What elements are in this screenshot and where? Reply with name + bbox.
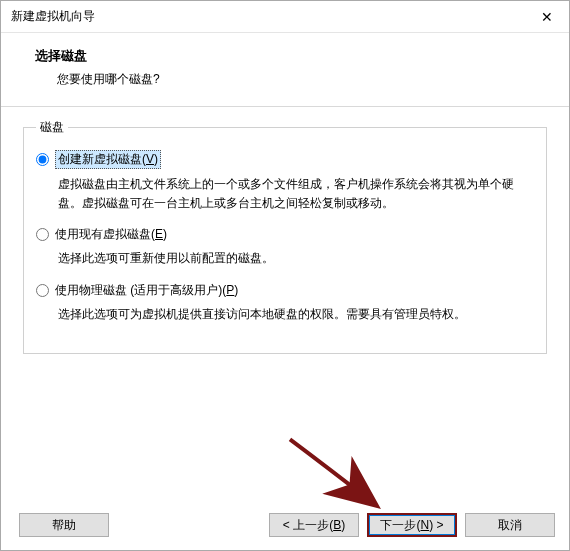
help-button[interactable]: 帮助 <box>19 513 109 537</box>
fieldset-legend: 磁盘 <box>36 119 68 136</box>
option-existing-disk: 使用现有虚拟磁盘(E) 选择此选项可重新使用以前配置的磁盘。 <box>36 226 534 268</box>
back-button[interactable]: < 上一步(B) <box>269 513 359 537</box>
close-icon: ✕ <box>541 9 553 25</box>
footer: 帮助 < 上一步(B) 下一步(N) > 取消 <box>1 500 569 550</box>
titlebar: 新建虚拟机向导 ✕ <box>1 1 569 33</box>
page-subtitle: 您要使用哪个磁盘? <box>35 71 535 88</box>
option-create-desc: 虚拟磁盘由主机文件系统上的一个或多个文件组成，客户机操作系统会将其视为单个硬盘。… <box>58 175 534 212</box>
option-existing-desc: 选择此选项可重新使用以前配置的磁盘。 <box>58 249 534 268</box>
page-title: 选择磁盘 <box>35 47 535 65</box>
radio-create-new-disk[interactable] <box>36 153 49 166</box>
option-physical-desc: 选择此选项可为虚拟机提供直接访问本地硬盘的权限。需要具有管理员特权。 <box>58 305 534 324</box>
header: 选择磁盘 您要使用哪个磁盘? <box>1 33 569 98</box>
disk-fieldset: 磁盘 创建新虚拟磁盘(V) 虚拟磁盘由主机文件系统上的一个或多个文件组成，客户机… <box>23 119 547 354</box>
radio-existing-disk[interactable] <box>36 228 49 241</box>
close-button[interactable]: ✕ <box>524 1 569 32</box>
wizard-window: 新建虚拟机向导 ✕ 选择磁盘 您要使用哪个磁盘? 磁盘 创建新虚拟磁盘(V) 虚… <box>0 0 570 551</box>
option-physical-row[interactable]: 使用物理磁盘 (适用于高级用户)(P) <box>36 282 534 299</box>
window-title: 新建虚拟机向导 <box>11 8 95 25</box>
option-create-new-disk: 创建新虚拟磁盘(V) 虚拟磁盘由主机文件系统上的一个或多个文件组成，客户机操作系… <box>36 150 534 212</box>
option-create-label: 创建新虚拟磁盘(V) <box>55 150 161 169</box>
radio-physical-disk[interactable] <box>36 284 49 297</box>
cancel-button[interactable]: 取消 <box>465 513 555 537</box>
next-button[interactable]: 下一步(N) > <box>367 513 457 537</box>
divider <box>1 106 569 107</box>
option-existing-row[interactable]: 使用现有虚拟磁盘(E) <box>36 226 534 243</box>
option-existing-label: 使用现有虚拟磁盘(E) <box>55 226 167 243</box>
content: 磁盘 创建新虚拟磁盘(V) 虚拟磁盘由主机文件系统上的一个或多个文件组成，客户机… <box>1 109 569 500</box>
option-physical-label: 使用物理磁盘 (适用于高级用户)(P) <box>55 282 238 299</box>
option-physical-disk: 使用物理磁盘 (适用于高级用户)(P) 选择此选项可为虚拟机提供直接访问本地硬盘… <box>36 282 534 324</box>
option-create-row[interactable]: 创建新虚拟磁盘(V) <box>36 150 534 169</box>
